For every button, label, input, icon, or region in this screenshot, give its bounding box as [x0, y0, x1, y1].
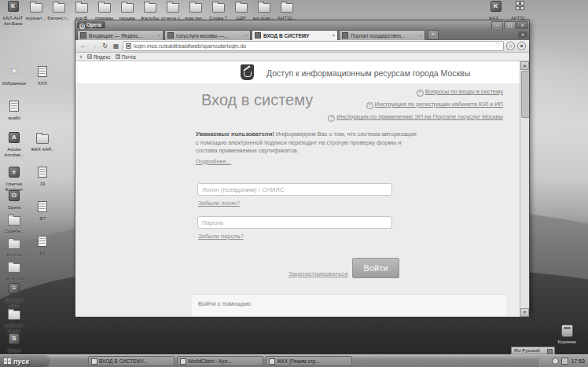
forward-button[interactable]: →	[90, 42, 98, 50]
desktop-icon-left2-5[interactable]: Б9	[30, 236, 55, 256]
document-icon	[38, 236, 47, 247]
desktop-icon-label: ЖКХ КАР...	[30, 147, 55, 152]
adobe-icon: A	[9, 132, 20, 143]
desktop-icon-left-5[interactable]: OOpera	[2, 190, 27, 211]
desktop-icon-top-3[interactable]: Баланс г...	[47, 1, 70, 26]
register-link[interactable]: Зарегистрироваться	[288, 270, 348, 277]
bookmark-mail[interactable]: ✉ Почта	[116, 54, 136, 60]
desktop-icon-label: Судебн...	[2, 229, 27, 234]
mail-icon: ✉	[116, 54, 120, 59]
tab-close-icon[interactable]: ×	[244, 33, 248, 38]
taskbar-tasks: ВХОД В СИСТЕМУ...WorldClient - Кул...ЖКХ…	[88, 356, 352, 366]
tab-close-icon[interactable]: ×	[157, 33, 160, 38]
desktop-icon-left-9[interactable]: ≡Заявки в АХО	[2, 283, 27, 308]
tab-1[interactable]: Входящие — Яндекс...×	[77, 30, 164, 40]
scroll-up-icon[interactable]: ▲	[520, 61, 529, 70]
page-header: Доступ к информационным ресурсам города …	[75, 61, 520, 84]
opera-menu-button[interactable]: OOpera	[77, 21, 105, 28]
tab-label: госуслуги москвы —...	[176, 33, 243, 39]
help-link-2[interactable]: ?Инструкция по регистрации кабинета ЮЛ и…	[328, 101, 503, 109]
folder-icon	[8, 216, 20, 226]
url-text[interactable]: login.mos.ru/eaidt/eaidtweb/openouterlog…	[134, 43, 493, 49]
desktop-icons-top-right: КЖКХ...АКТ32...	[483, 1, 532, 21]
extension-icon-1[interactable]: ◎	[506, 42, 515, 50]
login-input[interactable]	[197, 183, 392, 196]
new-tab-button[interactable]: +	[428, 30, 439, 40]
tab-2[interactable]: госуслуги москвы —...×	[164, 30, 251, 40]
bookmark-heart-icon[interactable]: ♡	[495, 43, 501, 50]
extension-icon-2[interactable]: ◉	[517, 42, 526, 50]
folder-icon	[212, 3, 225, 13]
help-link-1[interactable]: ?Вопросы по входу в систему	[328, 88, 503, 97]
desktop-icon-left-8[interactable]: кв-пл-16	[2, 261, 27, 281]
taskbar: пуск ВХОД В СИСТЕМУ...WorldClient - Кул.…	[0, 354, 588, 367]
speed-dial-icon[interactable]: ▦	[112, 42, 120, 50]
desktop-icon-left2-3[interactable]: 19	[30, 167, 55, 187]
desktop-icon-left2-1[interactable]: ХХХ	[30, 66, 55, 86]
scroll-down-icon[interactable]: ▼	[520, 308, 529, 317]
bookmark-yandex[interactable]: Я Яндекс	[87, 54, 111, 60]
taskbar-task-2[interactable]: WorldClient - Кул...	[177, 356, 263, 366]
desktop-icon-left-6[interactable]: Судебн...	[2, 214, 27, 234]
desktop-icon-top-1[interactable]: ККАЛ-АНТ Анг.Банк	[2, 1, 24, 26]
folder-icon	[8, 263, 20, 273]
password-input[interactable]	[197, 216, 392, 229]
forgot-password-link[interactable]: Забыли пароль?	[198, 233, 244, 240]
info-circle-icon: ?	[417, 90, 424, 97]
tab-menu-chevron-icon[interactable]: ▾	[518, 31, 527, 39]
page-body: Вход в систему ?Вопросы по входу в систе…	[75, 83, 520, 317]
more-link[interactable]: Подробнее...	[196, 158, 231, 167]
desktop-icon-left-10[interactable]: рабочие папки	[2, 308, 27, 333]
desktop-icon-left-4[interactable]: eInternet Explorer	[2, 167, 27, 192]
desktop-icon-left2-4[interactable]: Ф7	[30, 201, 55, 222]
ie-icon: e	[9, 167, 20, 178]
desktop-icon-label: ХХХ	[30, 81, 55, 86]
language-bar-options-icon[interactable]	[547, 349, 553, 354]
folder-icon	[98, 3, 111, 13]
desktop-icon-topright-1[interactable]: КЖКХ...	[483, 1, 508, 21]
desktop-icon-label: Opera	[2, 205, 27, 211]
page-scrollbar[interactable]: ▲ ▼	[520, 61, 529, 317]
add-bookmark-button[interactable]: +	[79, 54, 83, 60]
desktop-icon-top-2[interactable]: журнал...	[24, 1, 47, 26]
reload-button[interactable]: ↻	[101, 42, 109, 50]
tab-close-icon[interactable]: ×	[419, 33, 422, 38]
scrollbar-thumb[interactable]	[521, 71, 529, 118]
recycle-bin-icon[interactable]: Корзина	[554, 325, 579, 345]
tray-status-icon[interactable]	[552, 358, 559, 365]
desktop-icon-left-7[interactable]: Кл-Упл	[2, 237, 27, 258]
taskbar-task-3[interactable]: ЖКХ [Режим огр...	[266, 356, 352, 366]
login-submit-button[interactable]: Войти	[352, 258, 399, 278]
desktop-icon-left-11[interactable]: SSkype	[2, 333, 27, 354]
tab-3[interactable]: ВХОД В СИСТЕМУ×	[252, 30, 338, 40]
desktop-icon-topright-2[interactable]: АКТ32...	[508, 1, 532, 21]
folder-icon	[167, 3, 179, 13]
desktop-icon-left-1[interactable]: ★Избранное	[2, 66, 27, 86]
tab-4[interactable]: Портал государствен...×	[339, 30, 425, 40]
desktop-icon-label: 19	[30, 182, 55, 187]
desktop-icon-label: Б9	[30, 251, 55, 256]
title-bar[interactable]: OOpera ‒ ▢ ×	[75, 20, 529, 29]
forgot-login-link[interactable]: Забыли логин?	[198, 200, 240, 207]
desktop: ККАЛ-АНТ Анг.Банкжурнал...Баланс г...кур…	[0, 0, 588, 367]
back-button[interactable]: ←	[79, 42, 87, 50]
taskbar-clock[interactable]: 17:53	[571, 358, 585, 364]
help-link-3[interactable]: ?Инструкция по применению ЭП на Портале …	[328, 113, 503, 122]
desktop-icon-left2-2[interactable]: ЖКХ КАР...	[30, 132, 55, 152]
start-button[interactable]: пуск	[0, 355, 50, 367]
desktop-icon-left-3[interactable]: AAdobe Acrobat...	[2, 132, 27, 157]
desktop-icon-label: рабочие папки	[2, 323, 27, 333]
tab-close-icon[interactable]: ×	[332, 33, 335, 38]
address-bar[interactable]: login.mos.ru/eaidt/eaidtweb/openouterlog…	[123, 41, 504, 51]
tab-favicon-icon	[255, 32, 261, 39]
taskbar-task-1[interactable]: ВХОД В СИСТЕМУ...	[88, 356, 175, 366]
desktop-icon-label: Adobe Acrobat...	[2, 147, 27, 157]
desktop-icon-left-2[interactable]: прайс	[2, 101, 27, 121]
moscow-coat-of-arms-logo	[241, 64, 254, 80]
desktop-icon-label: Баланс г...	[47, 16, 70, 21]
recycle-bin-glyph	[561, 325, 573, 337]
tray-volume-icon[interactable]	[561, 358, 568, 365]
language-bar[interactable]: RU Русский	[511, 347, 555, 354]
page-title: Вход в систему	[201, 91, 313, 109]
task-favicon-icon	[91, 358, 97, 365]
